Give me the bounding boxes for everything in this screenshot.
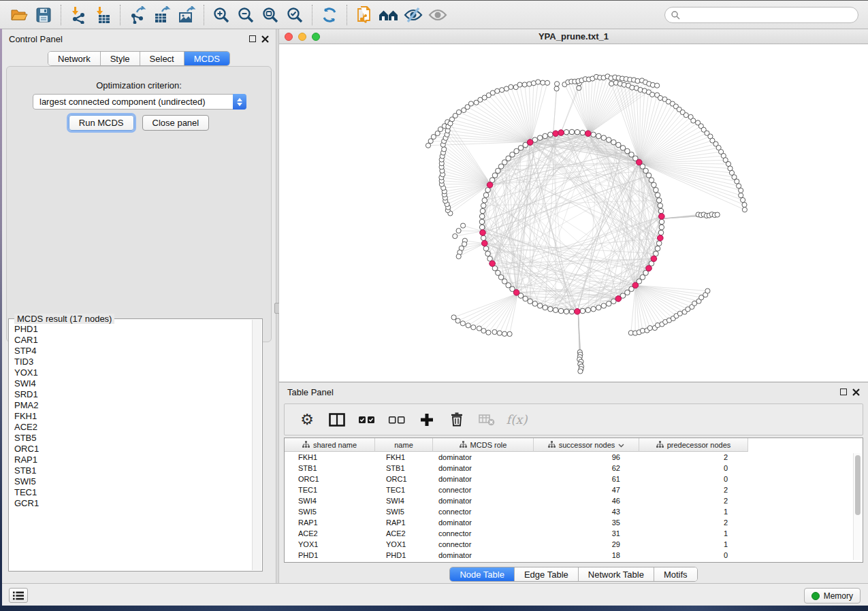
mcds-result-item[interactable]: TID3: [14, 357, 252, 367]
memory-button[interactable]: Memory: [804, 588, 861, 604]
toolbar-separator: [120, 5, 120, 25]
float-table-panel-icon[interactable]: [840, 389, 847, 395]
toolbar-separator: [204, 5, 204, 25]
float-panel-icon[interactable]: [249, 35, 256, 42]
import-network-icon[interactable]: [66, 3, 91, 27]
table-cell: PHD1: [375, 551, 433, 559]
tab-edge-table[interactable]: Edge Table: [515, 567, 579, 581]
tab-motifs[interactable]: Motifs: [654, 567, 697, 581]
table-row[interactable]: TEC1TEC1connector472: [285, 484, 863, 495]
table-row[interactable]: SWI4SWI4dominator462: [285, 495, 863, 506]
network-view-window: YPA_prune.txt_1: [279, 29, 868, 382]
dropdown-stepper-icon: [233, 94, 246, 110]
mcds-result-item[interactable]: YOX1: [14, 367, 252, 378]
export-network-icon[interactable]: [125, 3, 150, 27]
tab-select[interactable]: Select: [140, 52, 184, 65]
zoom-out-icon[interactable]: [234, 3, 258, 27]
table-cell: 18: [534, 551, 639, 559]
mcds-list-scrollbar[interactable]: [252, 320, 261, 570]
welcome-list-button[interactable]: [9, 588, 28, 603]
table-scrollbar-thumb[interactable]: [855, 455, 861, 515]
table-row[interactable]: ORC1ORC1dominator610: [285, 474, 863, 484]
column-header-name[interactable]: name: [375, 438, 433, 452]
table-settings-icon[interactable]: ⚙: [297, 410, 317, 430]
table-row[interactable]: FKH1FKH1dominator962: [285, 452, 863, 463]
hide-selected-icon[interactable]: [401, 3, 425, 27]
table-cell: connector: [433, 486, 534, 494]
mcds-result-item[interactable]: STB1: [14, 465, 252, 476]
mcds-result-item[interactable]: ACE2: [14, 422, 252, 433]
mcds-result-item[interactable]: STP4: [14, 346, 252, 357]
apply-layout-icon[interactable]: [317, 3, 342, 27]
mcds-result-list[interactable]: PHD1CAR1STP4TID3YOX1SWI4SRD1PMA2FKH1ACE2…: [10, 320, 252, 570]
table-row[interactable]: SWI5SWI5connector431: [285, 506, 863, 517]
table-cell: STB1: [285, 464, 375, 472]
column-header-shared-name[interactable]: shared name: [285, 438, 375, 452]
table-scrollbar[interactable]: [853, 453, 861, 560]
table-row[interactable]: STB1STB1dominator620: [285, 463, 863, 474]
network-view-titlebar[interactable]: YPA_prune.txt_1: [279, 29, 868, 44]
first-neighbors-icon[interactable]: [376, 3, 401, 27]
add-column-icon[interactable]: [417, 410, 437, 430]
delete-column-icon[interactable]: [447, 410, 467, 430]
zoom-selected-icon[interactable]: [283, 3, 307, 27]
show-all-icon[interactable]: [425, 3, 450, 27]
optimization-criterion-select[interactable]: largest connected component (undirected): [33, 94, 246, 110]
export-table-icon[interactable]: [150, 3, 174, 27]
column-header-MCDS-role[interactable]: MCDS role: [433, 438, 534, 452]
table-cell: 2: [639, 497, 748, 505]
mcds-result-item[interactable]: SWI4: [14, 378, 252, 389]
table-row[interactable]: PHD1PHD1dominator180: [285, 550, 863, 561]
sitemap-icon: [548, 441, 556, 449]
zoom-in-icon[interactable]: [209, 3, 234, 27]
mcds-result-item[interactable]: SWI5: [14, 476, 252, 487]
open-session-icon[interactable]: [7, 3, 31, 27]
close-table-panel-icon[interactable]: [852, 389, 860, 396]
column-header-predecessor-nodes[interactable]: predecessor nodes: [639, 438, 748, 452]
mcds-result-item[interactable]: PHD1: [14, 324, 252, 335]
mcds-result-item[interactable]: PMA2: [14, 400, 252, 411]
export-image-icon[interactable]: [174, 3, 199, 27]
mcds-result-item[interactable]: CAR1: [14, 335, 252, 346]
delete-table-icon: [477, 410, 497, 430]
close-panel-button[interactable]: Close panel: [142, 115, 210, 131]
import-table-icon[interactable]: [91, 3, 115, 27]
select-all-icon[interactable]: [357, 410, 377, 430]
table-row[interactable]: ACE2ACE2connector311: [285, 528, 863, 539]
tab-node-table[interactable]: Node Table: [450, 567, 515, 581]
mcds-result-item[interactable]: RAP1: [14, 455, 252, 465]
show-columns-icon[interactable]: [327, 410, 347, 430]
deselect-all-icon[interactable]: [387, 410, 407, 430]
tab-style[interactable]: Style: [101, 52, 140, 65]
table-cell: 31: [534, 529, 639, 538]
close-panel-icon[interactable]: [261, 35, 269, 43]
mcds-result-item[interactable]: GCR1: [14, 498, 252, 509]
column-header-successor-nodes[interactable]: successor nodes: [534, 438, 639, 452]
tab-mcds[interactable]: MCDS: [184, 52, 229, 65]
table-cell: 0: [639, 551, 748, 559]
table-cell: 2: [639, 518, 748, 527]
table-cell: SWI4: [375, 497, 433, 505]
search-field[interactable]: [664, 7, 858, 23]
table-cell: ORC1: [375, 475, 433, 483]
control-panel: Control Panel NetworkStyleSelectMCDS Opt…: [2, 29, 276, 583]
mcds-result-item[interactable]: ORC1: [14, 444, 252, 455]
table-row[interactable]: YOX1YOX1connector291: [285, 539, 863, 550]
network-canvas[interactable]: [279, 44, 868, 382]
clone-network-icon[interactable]: [352, 3, 376, 27]
tab-network-table[interactable]: Network Table: [579, 567, 654, 581]
table-header: shared namenameMCDS rolesuccessor nodesp…: [285, 438, 863, 452]
run-mcds-button[interactable]: Run MCDS: [69, 115, 134, 131]
mcds-result-item[interactable]: STB5: [14, 433, 252, 444]
tab-network[interactable]: Network: [48, 52, 101, 65]
mcds-result-item[interactable]: TEC1: [14, 487, 252, 498]
zoom-fit-icon[interactable]: [258, 3, 283, 27]
mcds-result-item[interactable]: SRD1: [14, 389, 252, 400]
save-session-icon[interactable]: [31, 3, 56, 27]
table-cell: YOX1: [375, 540, 433, 548]
mcds-result-item[interactable]: FKH1: [14, 411, 252, 422]
search-input[interactable]: [680, 9, 858, 21]
table-row[interactable]: RAP1RAP1dominator352: [285, 517, 863, 528]
table-cell: 0: [639, 475, 748, 483]
table-cell: TEC1: [375, 486, 433, 494]
